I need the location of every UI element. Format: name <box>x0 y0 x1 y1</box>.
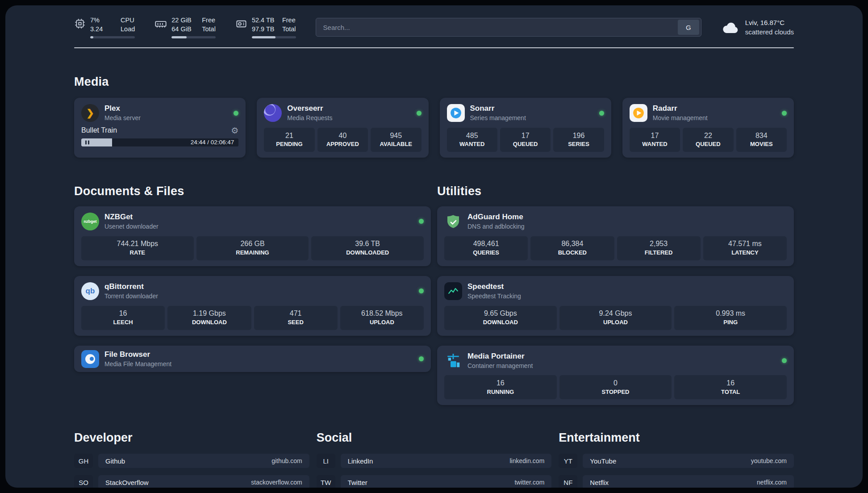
app-subtitle: Usenet downloader <box>104 222 159 231</box>
section-title-developer: Developer <box>74 431 309 445</box>
utilities-column: Utilities AdGuard Home DNS and adblocki <box>437 160 794 415</box>
disk-usage-bar <box>252 36 296 38</box>
settings-gear-icon[interactable]: ⚙ <box>231 126 238 135</box>
search-engine-button[interactable]: G <box>678 20 699 35</box>
app-name: Radarr <box>653 104 708 114</box>
cpu-label: CPU <box>121 16 135 25</box>
cpu-percent: 7% <box>90 16 100 25</box>
section-title-social: Social <box>317 431 552 445</box>
stat-total: 16 TOTAL <box>674 375 787 399</box>
app-card-filebrowser[interactable]: File Browser Media File Management <box>74 346 431 372</box>
app-name: qBittorrent <box>104 282 158 292</box>
app-card-nzbget[interactable]: nzbget NZBGet Usenet downloader 744.21 M… <box>74 206 431 266</box>
stat-pending: 21 PENDING <box>264 128 314 152</box>
stat-seed: 471 SEED <box>254 306 338 330</box>
memory-usage-bar <box>171 36 216 38</box>
bookmark-stackoverflow[interactable]: SO StackOverflow stackoverflow.com <box>74 475 309 488</box>
stat-queued: 22 QUEUED <box>683 128 733 152</box>
stat-filtered: 2,953 FILTERED <box>617 236 701 260</box>
playback-time: 24:44 / 02:06:47 <box>191 138 234 146</box>
app-subtitle: Speedtest Tracking <box>467 292 521 301</box>
status-dot <box>419 288 424 293</box>
bookmark-youtube[interactable]: YT YouTube youtube.com <box>559 454 794 468</box>
app-card-portainer[interactable]: Media Portainer Container management 16 … <box>437 346 794 405</box>
pause-icon[interactable] <box>85 140 89 144</box>
app-name: Media Portainer <box>467 351 533 362</box>
app-subtitle: DNS and adblocking <box>467 222 525 231</box>
disk-total-value: 97.9 TB <box>252 25 275 34</box>
bookmarks-developer: Developer GH Github github.com SO StackO… <box>74 431 309 488</box>
memory-free-value: 22 GiB <box>171 16 191 25</box>
stat-approved: 40 APPROVED <box>317 128 368 152</box>
stat-series: 196 SERIES <box>553 128 604 152</box>
app-subtitle: Series management <box>470 114 526 122</box>
app-card-qbittorrent[interactable]: qb qBittorrent Torrent downloader 16 LEE… <box>74 276 431 336</box>
app-name: AdGuard Home <box>467 212 525 222</box>
bookmark-linkedin[interactable]: LI LinkedIn linkedin.com <box>317 454 552 468</box>
portainer-icon <box>444 352 462 370</box>
sonarr-icon <box>447 104 465 122</box>
stat-wanted: 485 WANTED <box>447 128 497 152</box>
stackoverflow-abbr-icon: SO <box>74 475 93 488</box>
cpu-load-label: Load <box>121 25 135 34</box>
stat-download: 9.65 Gbps DOWNLOAD <box>444 306 557 330</box>
section-title-entertainment: Entertainment <box>559 431 794 445</box>
status-dot <box>782 358 787 363</box>
status-dot <box>419 219 424 224</box>
bookmarks-entertainment: Entertainment YT YouTube youtube.com NF … <box>559 431 794 488</box>
app-subtitle: Container management <box>467 362 533 370</box>
radarr-icon <box>630 104 647 122</box>
app-card-plex[interactable]: ❯ Plex Media server Bullet Train ⚙ 24:44… <box>74 98 246 158</box>
bookmark-github[interactable]: GH Github github.com <box>74 454 309 468</box>
memory-icon <box>154 18 167 30</box>
status-dot <box>417 111 421 116</box>
app-card-sonarr[interactable]: Sonarr Series management 485 WANTED 17 Q… <box>440 98 611 158</box>
stat-downloaded: 39.6 TB DOWNLOADED <box>311 236 424 260</box>
stat-wanted: 17 WANTED <box>630 128 680 152</box>
github-abbr-icon: GH <box>74 454 93 468</box>
topbar-divider <box>74 47 794 48</box>
search-input[interactable] <box>316 24 678 31</box>
topbar: 7% 3.24 CPU Load <box>74 16 794 38</box>
search-bar[interactable]: G <box>316 18 701 37</box>
app-card-radarr[interactable]: Radarr Movie management 17 WANTED 22 QUE… <box>622 98 794 158</box>
playback-progress-bar[interactable]: 24:44 / 02:06:47 <box>81 138 238 146</box>
adguard-icon <box>444 213 462 230</box>
disk-icon <box>235 18 247 30</box>
weather-location-temp: Lviv, 16.87°C <box>745 18 794 27</box>
memory-total-label: Total <box>202 25 216 34</box>
stat-running: 16 RUNNING <box>444 375 557 399</box>
status-dot <box>234 111 238 116</box>
memory-monitor: 22 GiB 64 GiB Free Total <box>154 16 216 38</box>
app-card-adguard[interactable]: AdGuard Home DNS and adblocking 498,461 … <box>437 206 794 266</box>
overseerr-icon <box>264 104 282 122</box>
disk-free-value: 52.4 TB <box>252 16 275 25</box>
netflix-abbr-icon: NF <box>559 475 577 488</box>
section-title-media: Media <box>74 75 794 89</box>
app-name: NZBGet <box>104 212 159 222</box>
memory-free-label: Free <box>202 16 216 25</box>
app-subtitle: Media server <box>104 114 141 122</box>
status-dot <box>419 356 424 361</box>
dashboard-panel: 7% 3.24 CPU Load <box>5 5 863 488</box>
filebrowser-icon <box>81 350 99 368</box>
stat-latency: 47.571 ms LATENCY <box>703 236 787 260</box>
app-name: Plex <box>104 104 141 114</box>
app-subtitle: Torrent downloader <box>104 292 158 301</box>
now-playing-title: Bullet Train <box>81 126 117 134</box>
app-card-overseerr[interactable]: Overseerr Media Requests 21 PENDING 40 A… <box>257 98 428 158</box>
memory-total-value: 64 GiB <box>171 25 191 34</box>
status-dot <box>599 111 604 116</box>
status-dot <box>782 111 787 116</box>
app-name: File Browser <box>104 350 171 360</box>
documents-column: Documents & Files nzbget NZBGet Usenet d… <box>74 160 431 382</box>
bookmark-twitter[interactable]: TW Twitter twitter.com <box>317 475 552 488</box>
bookmark-netflix[interactable]: NF Netflix netflix.com <box>559 475 794 488</box>
section-title-documents: Documents & Files <box>74 184 431 198</box>
stat-queued: 17 QUEUED <box>500 128 551 152</box>
stat-remaining: 266 GB REMAINING <box>196 236 309 260</box>
media-grid: ❯ Plex Media server Bullet Train ⚙ 24:44… <box>74 98 794 158</box>
stat-available: 945 AVAILABLE <box>371 128 421 152</box>
nzbget-icon: nzbget <box>81 213 99 230</box>
app-card-speedtest[interactable]: Speedtest Speedtest Tracking 9.65 Gbps D… <box>437 276 794 336</box>
